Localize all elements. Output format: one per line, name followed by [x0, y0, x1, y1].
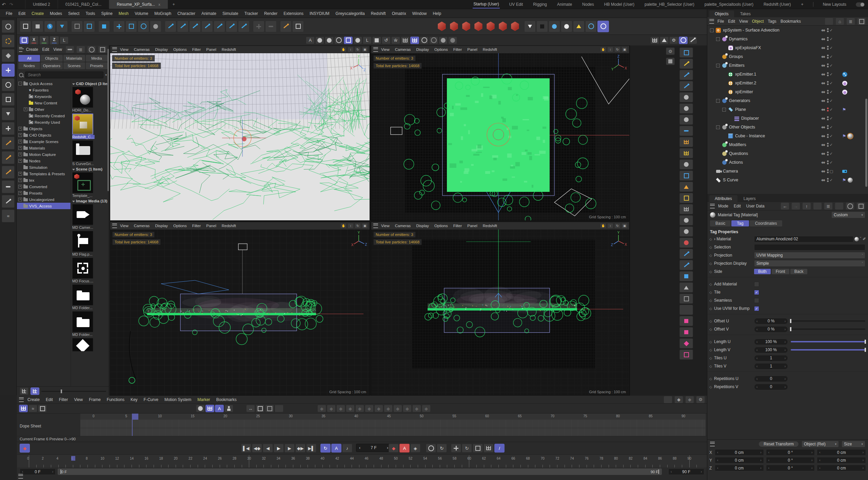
tl-menu-bookmarks[interactable]: Bookmarks	[213, 397, 240, 402]
menu-mograph[interactable]: MoGraph	[151, 11, 174, 16]
sphere-a-icon[interactable]	[439, 37, 448, 44]
pla-record-icon[interactable]: /	[494, 444, 505, 453]
transfer-tool-icon[interactable]	[2, 107, 15, 120]
visibility-dots[interactable]: ✓	[827, 99, 833, 103]
menu-character[interactable]: Character	[174, 11, 198, 16]
section-header[interactable]: Scene (1 Item)	[72, 167, 107, 171]
tree-item-motion-capture[interactable]: +Motion Capture	[17, 151, 71, 158]
visibility-dots[interactable]: ✓	[827, 134, 833, 138]
coat-icon[interactable]	[20, 37, 28, 44]
asset-thumbnail[interactable]: MD Focus....	[72, 258, 107, 283]
edge-slide-icon[interactable]	[679, 148, 693, 158]
key-diamond-icon[interactable]: ◇	[707, 262, 714, 265]
frame-selected-icon[interactable]	[679, 47, 693, 58]
value-stepper[interactable]: ‹0›	[754, 384, 788, 390]
thumbnail-size-slider[interactable]	[41, 391, 106, 392]
bridge-icon[interactable]	[679, 159, 693, 169]
new-layouts-button[interactable]: New Layouts	[822, 1, 847, 8]
last-tool-icon[interactable]	[150, 21, 161, 32]
explosia-tag-icon[interactable]	[842, 81, 847, 86]
viewport-menu-options[interactable]: Options	[171, 224, 189, 228]
browser-scrollbar[interactable]	[107, 80, 109, 191]
value-stepper[interactable]: ‹1›	[754, 363, 788, 369]
layout-tab[interactable]: Redshift (User)	[763, 1, 792, 8]
record-icon[interactable]	[87, 46, 96, 53]
a-circle-icon[interactable]: A	[306, 37, 315, 44]
cube-stack-icon[interactable]	[679, 271, 693, 281]
record-key-icon[interactable]: ◆	[20, 444, 30, 453]
viewport-canvas[interactable]: XYZNumber of emitters: 3Total live parti…	[110, 53, 370, 220]
target-b-icon[interactable]	[429, 37, 438, 44]
main-timeline-ruler[interactable]: 0246810121416182022242628303234363840424…	[17, 454, 707, 467]
document-tab[interactable]: Resume_XP_Surfa...x	[109, 0, 167, 9]
tree-item-favorites[interactable]: ♥Favorites	[17, 87, 71, 93]
value-stepper[interactable]: ‹0 %›	[754, 318, 788, 324]
value-slider[interactable]	[791, 349, 865, 351]
value-slider[interactable]	[791, 328, 865, 330]
visibility-dots[interactable]: ✓	[827, 72, 833, 77]
expand-icon[interactable]: -	[722, 108, 726, 112]
expand-icon[interactable]: -	[18, 82, 22, 85]
enable-check-icon[interactable]: ✓	[830, 28, 833, 33]
om-tab-objects[interactable]: Objects	[709, 11, 734, 17]
key-diamond-icon[interactable]: ◇	[707, 364, 714, 368]
home-icon[interactable]: ⌂	[835, 18, 844, 25]
range-end-stepper[interactable]: ‹90 F›	[668, 468, 704, 475]
orbit-icon[interactable]: ↻	[355, 47, 360, 52]
visibility-dots[interactable]: ✓	[827, 143, 833, 147]
enable-check-icon[interactable]: ✓	[830, 143, 833, 147]
next-key-icon[interactable]: ◆▶	[295, 444, 305, 453]
material-tag-icon[interactable]	[848, 134, 853, 139]
key-ease-icon[interactable]: ◆	[346, 405, 355, 412]
layout-tab[interactable]: Animate	[556, 1, 573, 8]
panel-menu-icon[interactable]	[373, 223, 378, 228]
axis-y-lock[interactable]: Y	[39, 36, 49, 45]
object-row[interactable]: xpEmitter◆◆✓	[707, 87, 868, 96]
key-diamond-icon[interactable]: ◇	[707, 340, 714, 344]
tree-item-new-content[interactable]: New Content	[17, 100, 71, 106]
object-row[interactable]: Modifiers◆◆✓	[707, 140, 868, 149]
layout-tab[interactable]: +	[801, 1, 804, 8]
visibility-dots[interactable]: ✓	[827, 63, 833, 68]
expand-icon[interactable]: +	[18, 159, 22, 163]
matrix-points-icon[interactable]	[679, 204, 693, 214]
expand-icon[interactable]: -	[716, 99, 720, 103]
dope-sheet-ruler[interactable]: 051015202530354045505560657075808590	[80, 414, 706, 420]
om-menu-view[interactable]: View	[737, 19, 750, 24]
zoom-icon[interactable]	[2, 20, 15, 33]
move-big-icon[interactable]	[113, 21, 125, 32]
circle-a-icon[interactable]	[679, 115, 693, 125]
browser-tab-scenes[interactable]: Scenes	[63, 62, 85, 69]
target-icon[interactable]	[846, 202, 854, 210]
undo-icon[interactable]: ↶	[0, 2, 7, 7]
key-diamond-icon[interactable]: ◇	[707, 254, 714, 257]
corner-l-icon[interactable]: L	[363, 37, 372, 44]
key-mute-icon[interactable]: ◆	[412, 405, 421, 412]
tl-menu-motion-system[interactable]: Motion System	[161, 397, 194, 402]
tree-item-recently-used[interactable]: Recently Used	[17, 119, 71, 125]
minimize-icon[interactable]	[65, 46, 74, 53]
eyedropper-icon[interactable]: ✐	[863, 237, 866, 241]
projection-dropdown[interactable]: UVW Mappingˇ	[754, 252, 865, 259]
expand-icon[interactable]: +	[18, 185, 22, 188]
current-frame-marker[interactable]	[71, 456, 75, 461]
expand-icon[interactable]: -	[716, 125, 720, 129]
menu-extensions[interactable]: Extensions	[280, 11, 307, 16]
key-auto-icon[interactable]: ◆	[374, 405, 383, 412]
pan-icon[interactable]: ✋	[341, 223, 346, 228]
viewport-menu-view[interactable]: View	[118, 224, 131, 228]
popout-icon[interactable]	[98, 46, 107, 53]
visibility-dots[interactable]: ✓	[827, 160, 833, 165]
rs-lightning-icon[interactable]	[573, 21, 585, 32]
cube-ghost-icon[interactable]	[71, 21, 83, 32]
visibility-dots[interactable]: ✓	[827, 37, 833, 41]
attr-menu-edit[interactable]: Edit	[731, 204, 744, 208]
viewport-menu-panel[interactable]: Panel	[204, 224, 218, 228]
current-frame-marker[interactable]	[132, 414, 138, 420]
asset-thumbnail[interactable]: HDRI_Do...	[72, 87, 107, 112]
enable-check-icon[interactable]: ✓	[830, 37, 833, 41]
enable-check-icon[interactable]: ✓	[830, 134, 833, 138]
enable-check-icon[interactable]: ✓	[830, 72, 833, 77]
y-rotation-stepper[interactable]: ‹0 °›	[766, 457, 815, 463]
menu-redshift[interactable]: Redshift	[368, 11, 389, 16]
